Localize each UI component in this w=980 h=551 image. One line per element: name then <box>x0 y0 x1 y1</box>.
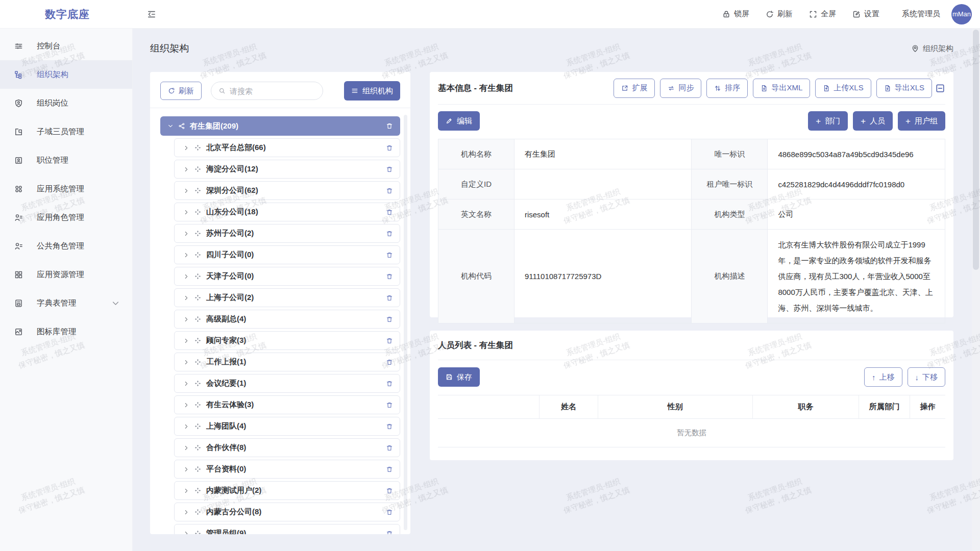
drag-handle-icon[interactable] <box>194 487 201 494</box>
toolbar-button[interactable]: 导出XLS <box>876 79 932 98</box>
window-scrollbar[interactable] <box>972 29 980 551</box>
header-action-button[interactable]: 全屏 <box>809 9 836 19</box>
delete-node-button[interactable] <box>386 530 393 535</box>
delete-node-button[interactable] <box>386 273 393 280</box>
header-action-button[interactable]: 锁屏 <box>722 9 749 19</box>
chevron-right-icon[interactable] <box>183 402 189 408</box>
tree-node[interactable]: 内蒙测试用户(2) <box>174 481 400 500</box>
sidebar-fold-button[interactable] <box>147 10 156 19</box>
toolbar-button[interactable]: 扩展 <box>614 79 655 98</box>
delete-node-button[interactable] <box>386 187 393 194</box>
chevron-right-icon[interactable] <box>183 316 189 322</box>
sidebar-item[interactable]: 控制台 <box>0 32 132 60</box>
add-button[interactable]: + 部门 <box>808 111 848 131</box>
sidebar-item[interactable]: 公共角色管理 <box>0 232 132 260</box>
tree-node[interactable]: 内蒙古分公司(8) <box>174 503 400 521</box>
delete-node-button[interactable] <box>386 466 393 473</box>
tree-scrollbar[interactable] <box>404 115 407 530</box>
drag-handle-icon[interactable] <box>194 380 201 387</box>
tree-node[interactable]: 山东分公司(18) <box>174 203 400 221</box>
drag-handle-icon[interactable] <box>194 144 201 151</box>
tree-node[interactable]: 海淀分公司(12) <box>174 160 400 179</box>
edit-button[interactable]: 编辑 <box>438 111 480 131</box>
toolbar-button[interactable]: 导出XML <box>753 79 810 98</box>
drag-handle-icon[interactable] <box>194 230 201 237</box>
add-button[interactable]: + 用户组 <box>898 111 945 131</box>
chevron-right-icon[interactable] <box>183 145 189 151</box>
delete-node-button[interactable] <box>386 122 393 130</box>
tree-node[interactable]: 管理员组(9) <box>174 524 400 534</box>
tree-node[interactable]: 合作伙伴(8) <box>174 438 400 457</box>
drag-handle-icon[interactable] <box>194 359 201 365</box>
delete-node-button[interactable] <box>386 294 393 302</box>
tree-node[interactable]: 上海团队(4) <box>174 417 400 436</box>
drag-handle-icon[interactable] <box>194 509 201 515</box>
chevron-right-icon[interactable] <box>183 445 189 451</box>
org-structure-button[interactable]: 组织机构 <box>344 81 400 101</box>
move-down-button[interactable]: ↓ 下移 <box>908 367 946 387</box>
delete-node-button[interactable] <box>386 509 393 516</box>
chevron-right-icon[interactable] <box>183 466 189 472</box>
delete-node-button[interactable] <box>386 230 393 237</box>
sidebar-item[interactable]: 组织架构 <box>0 60 132 89</box>
chevron-right-icon[interactable] <box>183 273 189 280</box>
sidebar-item[interactable]: 字典表管理 <box>0 289 132 317</box>
drag-handle-icon[interactable] <box>194 337 201 344</box>
chevron-right-icon[interactable] <box>183 338 189 344</box>
delete-node-button[interactable] <box>386 402 393 409</box>
tree-node[interactable]: 工作上报(1) <box>174 353 400 371</box>
drag-handle-icon[interactable] <box>194 423 201 430</box>
tree-node[interactable]: 天津子公司(0) <box>174 267 400 286</box>
tree-node[interactable]: 四川子公司(0) <box>174 245 400 264</box>
drag-handle-icon[interactable] <box>194 530 201 534</box>
drag-handle-icon[interactable] <box>194 316 201 322</box>
tree-node[interactable]: 会议纪要(1) <box>174 374 400 393</box>
tree-node[interactable]: 顾问专家(3) <box>174 331 400 350</box>
tree-node[interactable]: 苏州子公司(2) <box>174 224 400 243</box>
drag-handle-icon[interactable] <box>194 273 201 280</box>
chevron-right-icon[interactable] <box>183 166 189 172</box>
tree-node[interactable]: 北京平台总部(66) <box>174 138 400 157</box>
drag-handle-icon[interactable] <box>194 444 201 451</box>
drag-handle-icon[interactable] <box>194 294 201 301</box>
tree-node[interactable]: 上海子公司(2) <box>174 288 400 307</box>
chevron-right-icon[interactable] <box>183 359 189 365</box>
chevron-right-icon[interactable] <box>183 509 189 515</box>
tree-node[interactable]: 深圳分公司(62) <box>174 181 400 200</box>
save-button[interactable]: 保存 <box>438 367 480 387</box>
delete-node-button[interactable] <box>386 380 393 387</box>
chevron-right-icon[interactable] <box>183 188 189 194</box>
tree-node[interactable]: 平台资料(0) <box>174 460 400 479</box>
drag-handle-icon[interactable] <box>194 187 201 194</box>
tree-node[interactable]: 高级副总(4) <box>174 310 400 329</box>
drag-handle-icon[interactable] <box>194 252 201 258</box>
drag-handle-icon[interactable] <box>194 402 201 408</box>
tree-search-input[interactable] <box>230 87 315 95</box>
add-button[interactable]: + 人员 <box>853 111 893 131</box>
chevron-right-icon[interactable] <box>183 295 189 301</box>
header-action-button[interactable]: 刷新 <box>766 9 793 19</box>
tree-refresh-button[interactable]: 刷新 <box>160 82 202 100</box>
sidebar-item[interactable]: 组织岗位 <box>0 89 132 117</box>
sidebar-item[interactable]: 图标库管理 <box>0 317 132 346</box>
delete-node-button[interactable] <box>386 166 393 173</box>
user-avatar[interactable]: mMan <box>951 4 972 24</box>
delete-node-button[interactable] <box>386 487 393 494</box>
tree-root-node[interactable]: 有生集团(209) <box>160 116 400 136</box>
chevron-down-icon[interactable] <box>167 123 174 129</box>
toolbar-button[interactable]: 排序 <box>706 79 748 98</box>
chevron-right-icon[interactable] <box>183 423 189 430</box>
delete-node-button[interactable] <box>386 337 393 344</box>
move-up-button[interactable]: ↑ 上移 <box>864 367 902 387</box>
sidebar-item[interactable]: 应用资源管理 <box>0 260 132 289</box>
sidebar-item[interactable]: 职位管理 <box>0 146 132 174</box>
sidebar-item[interactable]: 子域三员管理 <box>0 117 132 146</box>
delete-node-button[interactable] <box>386 316 393 323</box>
toolbar-button[interactable]: 上传XLS <box>815 79 871 98</box>
sidebar-item[interactable]: 应用角色管理 <box>0 203 132 232</box>
drag-handle-icon[interactable] <box>194 466 201 472</box>
delete-node-button[interactable] <box>386 359 393 366</box>
collapse-panel-button[interactable] <box>935 83 945 93</box>
tree-node[interactable]: 有生云体验(3) <box>174 395 400 414</box>
toolbar-button[interactable]: 同步 <box>660 79 701 98</box>
